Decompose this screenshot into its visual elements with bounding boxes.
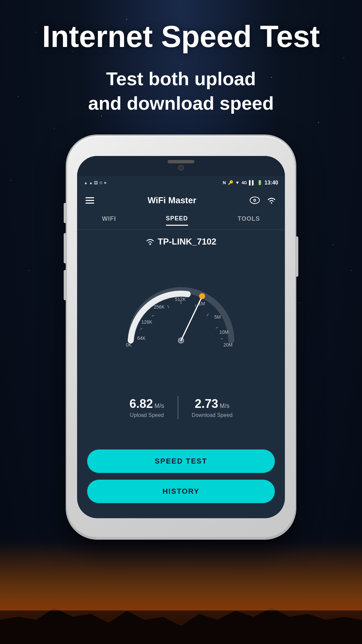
wifi-network-name: TP-LINK_7102 xyxy=(77,236,285,247)
app-bar: WiFi Master xyxy=(77,190,285,211)
download-speed-display: 2.73 M/s Download Speed xyxy=(178,397,246,418)
phone-btn-mute xyxy=(64,203,67,223)
download-speed-unit: M/s xyxy=(220,402,230,409)
phone-screen: ▲ ▲ 🖼 ⊙ ➤ N 🔑 ▼ 4G ▌▌ 🔋 13:40 xyxy=(77,156,285,518)
svg-text:256K: 256K xyxy=(154,304,165,310)
status-right-area: N 🔑 ▼ 4G ▌▌ 🔋 13:40 xyxy=(223,180,278,186)
app-title: WiFi Master xyxy=(147,195,196,206)
navigation-tabs: WIFI SPEED TOOLS xyxy=(77,211,285,230)
svg-line-23 xyxy=(207,314,208,316)
tab-wifi[interactable]: WIFI xyxy=(102,215,116,225)
download-speed-value: 2.73 xyxy=(195,397,218,411)
svg-point-16 xyxy=(178,338,184,343)
lte-icon: 4G xyxy=(242,180,247,185)
upload-speed-label: Upload Speed xyxy=(129,412,164,418)
tab-tools[interactable]: TOOLS xyxy=(238,215,260,225)
key-icon: 🔑 xyxy=(228,180,233,185)
svg-line-18 xyxy=(140,328,142,330)
speedometer-svg: 0K 64K 128K 256K 512K 1M 5M xyxy=(124,280,238,354)
phone-btn-vol-down xyxy=(64,270,67,300)
svg-text:5M: 5M xyxy=(214,314,221,320)
svg-text:20M: 20M xyxy=(223,342,232,347)
signal-bars-icon: ▌▌ xyxy=(249,180,255,185)
wifi-name-icon xyxy=(146,238,155,245)
svg-point-4 xyxy=(149,244,151,245)
svg-text:0K: 0K xyxy=(126,342,132,347)
svg-point-2 xyxy=(254,200,255,201)
menu-icon[interactable] xyxy=(85,197,94,204)
download-speed-label: Download Speed xyxy=(192,412,233,418)
clock: 13:40 xyxy=(264,180,278,186)
phone-notch xyxy=(168,156,194,171)
svg-point-15 xyxy=(199,293,205,299)
history-button-label: HISTORY xyxy=(163,487,200,496)
notification-icons: ▲ ▲ 🖼 ⊙ ➤ xyxy=(84,180,107,185)
page-headline: Internet Speed Test xyxy=(29,20,334,53)
svg-text:10M: 10M xyxy=(219,329,228,335)
phone-speaker xyxy=(168,160,194,163)
status-left-icons: ▲ ▲ 🖼 ⊙ ➤ xyxy=(84,180,107,185)
speed-display: 6.82 M/s Upload Speed 2.73 M/s Download … xyxy=(77,391,285,424)
speed-test-button-label: SPEED TEST xyxy=(155,457,207,466)
svg-text:128K: 128K xyxy=(141,319,153,325)
svg-text:64K: 64K xyxy=(137,335,146,341)
phone-body: ▲ ▲ 🖼 ⊙ ➤ N 🔑 ▼ 4G ▌▌ 🔋 13:40 xyxy=(67,136,295,538)
upload-speed-unit: M/s xyxy=(155,402,164,409)
app-bar-actions xyxy=(250,196,277,204)
upload-speed-value: 6.82 xyxy=(129,397,153,411)
phone-btn-vol-up xyxy=(64,233,67,263)
battery-icon: 🔋 xyxy=(257,180,262,185)
speed-test-button[interactable]: SPEED TEST xyxy=(87,449,275,473)
upload-speed-display: 6.82 M/s Upload Speed xyxy=(116,397,178,418)
phone-mockup: ▲ ▲ 🖼 ⊙ ➤ N 🔑 ▼ 4G ▌▌ 🔋 13:40 xyxy=(67,136,295,538)
speedometer: 0K 64K 128K 256K 512K 1M 5M xyxy=(77,253,285,381)
phone-notch-area xyxy=(77,156,285,176)
tab-speed[interactable]: SPEED xyxy=(166,215,188,226)
page-subtitle: Test both uploadand download speed xyxy=(61,67,301,116)
svg-line-19 xyxy=(152,315,154,316)
visibility-icon[interactable] xyxy=(250,197,260,204)
svg-line-24 xyxy=(216,327,218,328)
svg-line-22 xyxy=(195,304,196,307)
phone-btn-power xyxy=(295,236,298,277)
svg-text:512K: 512K xyxy=(175,297,186,302)
svg-line-14 xyxy=(181,299,201,340)
wifi-icon[interactable] xyxy=(266,196,277,204)
main-content: Internet Speed Test Test both uploadand … xyxy=(0,0,362,644)
phone-camera xyxy=(178,165,184,171)
history-button[interactable]: HISTORY xyxy=(87,480,275,503)
svg-point-3 xyxy=(271,202,272,204)
status-bar: ▲ ▲ 🖼 ⊙ ➤ N 🔑 ▼ 4G ▌▌ 🔋 13:40 xyxy=(77,176,285,190)
nfc-icon: N xyxy=(223,180,226,185)
svg-line-20 xyxy=(168,305,169,308)
wifi-signal-icon: ▼ xyxy=(235,180,240,185)
